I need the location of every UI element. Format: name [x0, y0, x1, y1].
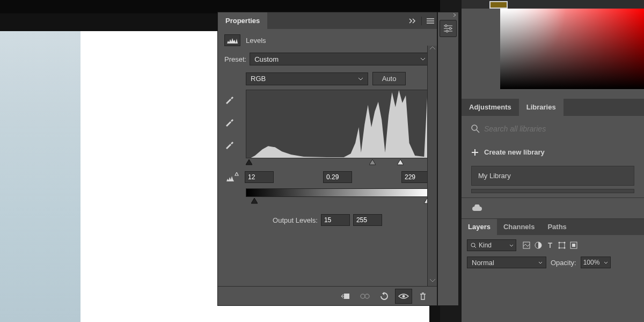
svg-point-5	[449, 27, 451, 30]
tab-adjustments[interactable]: Adjustments	[462, 99, 519, 116]
output-levels-row: Output Levels:	[218, 208, 437, 226]
svg-rect-11	[559, 243, 565, 248]
tab-libraries[interactable]: Libraries	[519, 99, 564, 116]
opacity-field[interactable]: 100%	[581, 257, 611, 268]
eyedropper-column	[224, 90, 239, 158]
preset-row: Preset: Custom	[218, 52, 437, 70]
collapse-panel-icon[interactable]	[406, 14, 419, 27]
adjustment-name-label: Levels	[246, 36, 266, 45]
search-icon	[471, 243, 477, 248]
svg-point-1	[361, 294, 365, 298]
channel-select[interactable]: RGB	[246, 72, 368, 85]
canvas-image-edge	[0, 31, 80, 322]
library-item[interactable]: My Library	[471, 166, 634, 186]
scrollbar-thumb[interactable]	[429, 46, 436, 60]
preset-select[interactable]: Custom	[250, 53, 430, 65]
histogram-row	[218, 90, 437, 158]
properties-panel: Properties Levels Preset: Custom RGB Aut…	[217, 12, 437, 306]
library-item-label: My Library	[478, 172, 511, 180]
cloud-sync-row	[462, 197, 644, 219]
library-search-row	[471, 125, 634, 133]
preset-label: Preset:	[224, 55, 246, 63]
svg-point-6	[446, 30, 448, 32]
swatch-color	[491, 2, 507, 8]
levels-icon	[224, 34, 240, 46]
svg-point-4	[445, 25, 447, 27]
adjustments-shortcut-icon[interactable]	[440, 20, 457, 37]
chevron-down-icon	[604, 261, 608, 264]
channel-row: RGB Auto	[218, 70, 437, 90]
output-white-field[interactable]	[353, 214, 382, 226]
input-black-slider[interactable]	[246, 159, 252, 166]
panel-footer	[218, 286, 437, 305]
layer-kind-select[interactable]: Kind	[467, 239, 516, 251]
filter-pixel-icon[interactable]	[523, 241, 530, 249]
toggle-visibility-icon[interactable]	[395, 289, 412, 304]
opacity-label: Opacity:	[551, 259, 576, 267]
svg-point-13	[564, 242, 566, 244]
filter-type-icon[interactable]	[546, 241, 554, 249]
panel-menu-icon[interactable]	[424, 14, 437, 27]
input-gamma-field[interactable]	[323, 171, 352, 183]
svg-point-7	[472, 125, 477, 130]
svg-point-15	[564, 247, 566, 249]
view-previous-state-icon[interactable]	[356, 289, 374, 304]
panel-scrollbar[interactable]	[427, 46, 437, 286]
filter-shape-icon[interactable]	[558, 241, 566, 249]
color-picker[interactable]	[500, 9, 644, 89]
black-point-eyedropper-icon[interactable]	[224, 94, 236, 106]
adjustment-type-row: Levels	[218, 29, 437, 52]
input-sliders-track[interactable]	[246, 159, 430, 167]
library-item[interactable]	[471, 189, 634, 193]
foreground-swatch[interactable]	[489, 1, 508, 9]
input-black-field[interactable]	[245, 171, 274, 183]
white-point-eyedropper-icon[interactable]	[224, 139, 236, 151]
chevron-down-icon	[420, 57, 426, 61]
output-black-slider[interactable]	[251, 198, 258, 204]
filter-adjustment-icon[interactable]	[535, 241, 542, 249]
output-black-field[interactable]	[321, 214, 350, 226]
tab-layers[interactable]: Layers	[462, 219, 497, 235]
chevron-down-icon	[538, 261, 543, 264]
output-levels-label: Output Levels:	[273, 216, 318, 224]
filter-smartobject-icon[interactable]	[570, 241, 577, 249]
strip-expand-arrow-icon[interactable]	[438, 12, 458, 19]
auto-button[interactable]: Auto	[372, 72, 406, 85]
clipping-warning-icon[interactable]	[224, 172, 240, 182]
input-white-field[interactable]	[401, 171, 430, 183]
delete-adjustment-icon[interactable]	[414, 289, 431, 304]
scrollbar-down-arrow-icon[interactable]	[428, 277, 437, 284]
layers-tab-row: Layers Channels Paths	[462, 219, 644, 235]
divider	[421, 17, 422, 25]
right-dock: Adjustments Libraries Create new library…	[462, 0, 644, 322]
kind-label: Kind	[479, 241, 492, 249]
output-sliders-track[interactable]	[246, 198, 430, 206]
svg-point-8	[471, 243, 475, 247]
input-levels-row	[218, 169, 437, 188]
cloud-icon[interactable]	[471, 204, 483, 212]
tab-paths[interactable]: Paths	[541, 219, 573, 235]
properties-tab[interactable]: Properties	[218, 12, 267, 29]
input-white-slider[interactable]	[397, 159, 404, 166]
output-gradient	[246, 188, 430, 197]
histogram[interactable]	[246, 90, 430, 158]
blend-mode-row: Normal Opacity: 100%	[462, 255, 644, 272]
gray-point-eyedropper-icon[interactable]	[224, 116, 236, 128]
layer-filter-row: Kind	[462, 235, 644, 255]
create-library-button[interactable]: Create new library	[471, 148, 634, 156]
opacity-value: 100%	[583, 259, 600, 266]
search-icon	[471, 125, 480, 133]
tab-channels[interactable]: Channels	[497, 219, 541, 235]
library-search-input[interactable]	[484, 125, 634, 133]
libraries-body: Create new library My Library	[462, 116, 644, 193]
reset-icon[interactable]	[376, 289, 393, 304]
input-values	[245, 171, 430, 183]
channel-value: RGB	[251, 75, 266, 83]
preset-value: Custom	[254, 55, 279, 63]
svg-rect-0	[344, 294, 349, 299]
input-gamma-slider[interactable]	[369, 159, 376, 166]
blend-mode-value: Normal	[472, 259, 494, 267]
blend-mode-select[interactable]: Normal	[467, 257, 546, 268]
clip-to-layer-icon[interactable]	[337, 289, 354, 304]
svg-point-2	[365, 294, 369, 298]
